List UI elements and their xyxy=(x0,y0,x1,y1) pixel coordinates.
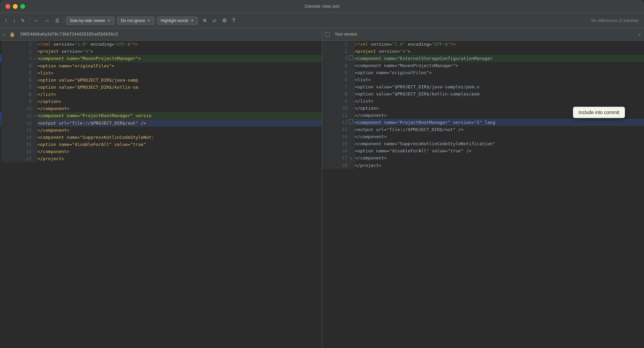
table-row: 15 <component name="SuppressKotlinCodeSt… xyxy=(322,140,644,147)
viewer-dropdown-label: Side-by-side viewer xyxy=(70,18,105,23)
line-code: <output url="file://$PROJECT_DIR$/out" /… xyxy=(355,126,644,133)
minimize-button[interactable] xyxy=(13,4,18,9)
line-number: 3 xyxy=(2,55,31,62)
table-row: 7 <option value="$PROJECT_DIR$/java-samp… xyxy=(322,83,644,90)
line-gutter xyxy=(31,84,38,91)
table-row: 4 <option name="originalFiles"> xyxy=(0,62,322,69)
table-row: 17∨ </component> xyxy=(322,154,644,162)
your-version-label: Your version xyxy=(332,28,360,41)
table-row: 17</project> xyxy=(0,155,322,162)
table-row: 9 </list> xyxy=(322,97,644,105)
table-row: 1<?xml version="1.0" encoding="UTF-8"?> xyxy=(0,41,322,48)
table-row: 18 </project> xyxy=(322,162,644,169)
line-gutter xyxy=(31,155,38,162)
line-number: 4 xyxy=(2,62,31,69)
scroll-down-button[interactable]: ↓ xyxy=(11,16,18,25)
line-checkbox-cell xyxy=(347,62,355,69)
sync-button[interactable]: ⇄ xyxy=(210,16,219,25)
table-row: 1<?xml version="1.0" encoding="UTF-8"?> xyxy=(322,41,644,48)
your-version-checkbox[interactable] xyxy=(325,32,329,37)
edit-button[interactable]: ✎ xyxy=(19,17,27,25)
line-checkbox-cell xyxy=(347,48,355,55)
line-code: <option name="originalFiles"> xyxy=(38,62,322,69)
line-number: 17 xyxy=(2,155,31,162)
include-checkbox[interactable] xyxy=(349,119,353,124)
table-row: 2<project version="4"> xyxy=(322,48,644,55)
table-row: 11» <component name="ProjectRootManager"… xyxy=(0,112,322,119)
line-number: 12 xyxy=(322,119,347,126)
line-code: <component name="MavenProjectsManager"> xyxy=(355,62,644,69)
line-checkbox-cell: ∨ xyxy=(347,154,355,162)
table-row: 16 </component> xyxy=(0,148,322,155)
line-number: 5 xyxy=(322,69,347,76)
list-button[interactable]: ☰ xyxy=(53,17,62,25)
close-button[interactable] xyxy=(5,4,10,9)
ignore-dropdown-arrow: ▼ xyxy=(147,19,151,22)
right-code-area[interactable]: 1<?xml version="1.0" encoding="UTF-8"?>2… xyxy=(322,41,644,348)
ignore-dropdown[interactable]: Do not ignore ▼ xyxy=(117,17,154,25)
include-checkbox[interactable] xyxy=(349,56,353,60)
line-code: </list> xyxy=(355,97,644,105)
viewer-dropdown[interactable]: Side-by-side viewer ▼ xyxy=(66,17,114,25)
right-panel: Your version ✓ 1<?xml version="1.0" enco… xyxy=(322,28,644,348)
line-number: 13 xyxy=(2,127,31,134)
line-gutter xyxy=(31,98,38,105)
tooltip-text: Include into commit xyxy=(579,110,620,115)
line-code: <list> xyxy=(355,76,644,83)
maximize-button[interactable] xyxy=(20,4,25,9)
include-commit-tooltip: Include into commit xyxy=(573,107,625,118)
line-number: 1 xyxy=(2,41,31,48)
line-code: <component name="ProjectRootManager" ver… xyxy=(355,119,644,126)
settings-button[interactable]: ⚙ xyxy=(220,16,229,25)
line-number: 2 xyxy=(322,48,347,55)
tooltip-container: Include into commit xyxy=(573,107,625,118)
table-row: 12 <component name="ProjectRootManager" … xyxy=(322,119,644,126)
close-diff-button[interactable]: ✕ xyxy=(200,16,209,25)
table-row: 3» <component name="MavenProjectsManager… xyxy=(0,55,322,62)
line-number: 13 xyxy=(322,126,347,133)
table-row: 14 </component> xyxy=(322,133,644,140)
table-row: 3 <component name="ExternalStorageConfig… xyxy=(322,55,644,62)
help-button[interactable]: ? xyxy=(230,16,237,25)
line-code: <option name="disableForAll" value="true… xyxy=(38,141,322,148)
line-code: <option value="$PROJECT_DIR$/java-sample… xyxy=(355,83,644,90)
line-checkbox-cell xyxy=(347,41,355,48)
line-gutter xyxy=(31,91,38,98)
line-number: 6 xyxy=(322,76,347,83)
table-row: 2<project version="4"> xyxy=(0,48,322,55)
viewer-dropdown-arrow: ▼ xyxy=(107,19,111,22)
line-checkbox-cell xyxy=(347,83,355,90)
line-code: <project version="4"> xyxy=(355,48,644,55)
commit-hash: 580546b6a6a3d78c73b6f244d29185ad5b6656c5 xyxy=(18,28,121,41)
line-code: </component> xyxy=(38,105,322,112)
left-code-area[interactable]: 1<?xml version="1.0" encoding="UTF-8"?>2… xyxy=(0,41,322,348)
line-code: </component> xyxy=(38,148,322,155)
line-gutter xyxy=(31,62,38,69)
scroll-up-button[interactable]: ↑ xyxy=(3,16,9,25)
back-button[interactable]: ← xyxy=(31,16,41,25)
line-number: 10 xyxy=(322,105,347,112)
table-row: 6 <list> xyxy=(322,76,644,83)
line-gutter xyxy=(31,48,38,55)
highlight-dropdown-label: Highlight words xyxy=(161,18,189,23)
table-row: 14 <component name="SuppressKotlinCodeSt… xyxy=(0,134,322,141)
line-gutter xyxy=(31,127,38,134)
line-number: 11 xyxy=(2,112,31,119)
line-code: </component> xyxy=(38,127,322,134)
line-number: 16 xyxy=(2,148,31,155)
table-row: 16 <option name="disableForAll" value="t… xyxy=(322,147,644,154)
line-number: 8 xyxy=(2,91,31,98)
forward-button[interactable]: → xyxy=(42,16,52,25)
line-number: 2 xyxy=(2,48,31,55)
line-number: 10 xyxy=(2,105,31,112)
right-panel-header: Your version ✓ xyxy=(322,28,644,41)
line-checkbox-cell xyxy=(347,69,355,76)
line-checkbox-cell xyxy=(347,140,355,147)
left-code-table: 1<?xml version="1.0" encoding="UTF-8"?>2… xyxy=(0,41,322,162)
table-row: 10 </component> xyxy=(0,105,322,112)
line-code: <?xml version="1.0" encoding="UTF-8"?> xyxy=(355,41,644,48)
highlight-dropdown[interactable]: Highlight words ▼ xyxy=(157,17,198,25)
line-number: 7 xyxy=(2,84,31,91)
line-number: 6 xyxy=(2,77,31,84)
line-checkbox-cell xyxy=(347,126,355,133)
